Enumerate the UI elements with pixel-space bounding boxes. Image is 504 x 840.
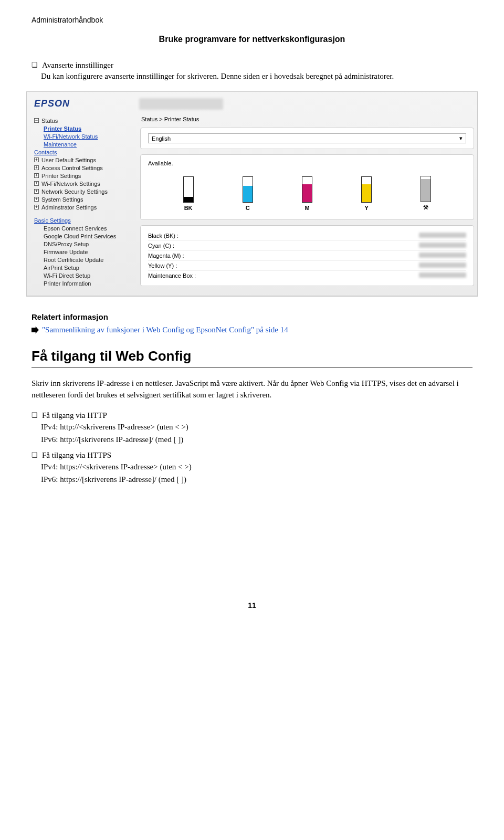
- epson-logo: EPSON: [34, 98, 131, 109]
- tree-airprint[interactable]: AirPrint Setup: [34, 264, 131, 271]
- advanced-settings-block: ❏ Avanserte innstillinger Du kan konfigu…: [32, 60, 472, 82]
- consumable-row: Magenta (M) :: [148, 250, 466, 260]
- tree-label: Access Control Settings: [41, 165, 103, 171]
- chevron-down-icon: ▾: [459, 135, 463, 142]
- tree-network-security[interactable]: +Network Security Settings: [34, 187, 131, 195]
- section-title: Bruke programvare for nettverkskonfigura…: [32, 35, 472, 44]
- tree-label: Network Security Settings: [41, 188, 108, 195]
- tree-access-control[interactable]: +Access Control Settings: [34, 164, 131, 172]
- ink-magenta: M: [302, 176, 312, 211]
- advanced-settings-title: Avanserte innstillinger: [42, 60, 113, 70]
- consumable-row: Cyan (C) :: [148, 240, 466, 250]
- tree-wifi-status[interactable]: Wi-Fi/Network Status: [34, 132, 131, 140]
- consumable-label: Maintenance Box :: [148, 272, 196, 279]
- ink-label-mb: ⚒: [423, 204, 428, 211]
- breadcrumb: Status > Printer Status: [139, 113, 475, 122]
- tree-status[interactable]: −Status: [34, 117, 131, 124]
- tree-contacts[interactable]: Contacts: [34, 148, 131, 156]
- http-title: Få tilgang via HTTP: [42, 410, 107, 421]
- tree-user-default[interactable]: +User Default Settings: [34, 156, 131, 164]
- consumable-label: Yellow (Y) :: [148, 262, 177, 269]
- tree-label: Adminstrator Settings: [41, 204, 97, 211]
- ink-levels: BK C M Y ⚒: [148, 173, 466, 214]
- consumable-row: Black (BK) :: [148, 231, 466, 240]
- language-panel: English ▾: [140, 128, 474, 149]
- expand-icon[interactable]: +: [34, 205, 39, 209]
- tree-printer-settings[interactable]: +Printer Settings: [34, 172, 131, 180]
- tree-gcp[interactable]: Google Cloud Print Services: [34, 232, 131, 240]
- language-select[interactable]: English ▾: [148, 133, 466, 143]
- expand-icon[interactable]: +: [34, 165, 39, 170]
- status-available: Available.: [148, 160, 466, 166]
- tree-status-label: Status: [41, 118, 58, 124]
- https-bullet: ❏ Få tilgang via HTTPS: [32, 450, 472, 460]
- ink-label-m: M: [304, 205, 309, 211]
- tree-root-cert[interactable]: Root Certificate Update: [34, 256, 131, 264]
- status-panel: Available. BK C M Y ⚒: [140, 154, 474, 220]
- collapse-icon[interactable]: −: [34, 118, 39, 123]
- model-blurred: [139, 98, 223, 110]
- blurred-value: [419, 243, 466, 248]
- ink-black: BK: [183, 176, 194, 211]
- related-heading: Relatert informasjon: [32, 312, 472, 321]
- http-ipv4: IPv4: http://<skriverens IP-adresse> (ut…: [41, 421, 472, 433]
- expand-icon[interactable]: +: [34, 173, 39, 178]
- https-ipv4: IPv4: https://<skriverens IP-adresse> (u…: [41, 460, 472, 473]
- blurred-value: [419, 233, 466, 238]
- http-bullet: ❏ Få tilgang via HTTP: [32, 410, 472, 421]
- tree-label: User Default Settings: [41, 157, 96, 163]
- heading-web-config: Få tilgang til Web Config: [32, 348, 472, 368]
- tree-wifi-direct[interactable]: Wi-Fi Direct Setup: [34, 271, 131, 279]
- consumable-label: Magenta (M) :: [148, 253, 184, 259]
- para-intro: Skriv inn skriverens IP-adresse i en net…: [32, 377, 472, 401]
- consumable-label: Cyan (C) :: [148, 243, 174, 249]
- webconfig-screenshot: EPSON −Status Printer Status Wi-Fi/Netwo…: [26, 91, 478, 297]
- related-link-row: "Sammenlikning av funksjoner i Web Confi…: [32, 326, 472, 334]
- expand-icon[interactable]: +: [34, 181, 39, 186]
- consumables-panel: Black (BK) : Cyan (C) : Magenta (M) : Ye…: [140, 225, 474, 286]
- doc-header: Administratorhåndbok: [32, 16, 472, 24]
- ink-yellow: Y: [361, 176, 372, 211]
- blurred-value: [419, 253, 466, 258]
- expand-icon[interactable]: +: [34, 158, 39, 162]
- ink-label-y: Y: [364, 205, 368, 211]
- tree-printer-status[interactable]: Printer Status: [34, 124, 131, 132]
- screenshot-sidebar: EPSON −Status Printer Status Wi-Fi/Netwo…: [27, 92, 137, 296]
- https-title: Få tilgang via HTTPS: [42, 450, 111, 460]
- ink-maintbox: ⚒: [421, 176, 431, 211]
- tree-basic-settings[interactable]: Basic Settings: [34, 216, 131, 224]
- ink-label-c: C: [246, 205, 250, 211]
- tree-maintenance[interactable]: Maintenance: [34, 140, 131, 148]
- bullet-icon: ❏: [32, 410, 38, 421]
- tree-system-settings[interactable]: +System Settings: [34, 195, 131, 203]
- tree-dns[interactable]: DNS/Proxy Setup: [34, 240, 131, 248]
- tree-label: Printer Settings: [41, 173, 81, 179]
- tree-printer-info[interactable]: Printer Information: [34, 279, 131, 287]
- https-ipv6: IPv6: https://[skriverens IP-adresse]/ (…: [41, 473, 472, 486]
- tree-firmware[interactable]: Firmware Update: [34, 248, 131, 256]
- screenshot-main: Status > Printer Status English ▾ Availa…: [137, 92, 477, 296]
- language-value: English: [152, 135, 171, 142]
- bullet-icon: ❏: [32, 60, 38, 70]
- tree-label: Wi-Fi/Network Settings: [41, 181, 100, 187]
- http-ipv6: IPv6: http://[skriverens IP-adresse]/ (m…: [41, 433, 472, 446]
- tree-wifi-settings[interactable]: +Wi-Fi/Network Settings: [34, 180, 131, 187]
- arrow-icon: [32, 327, 39, 334]
- expand-icon[interactable]: +: [34, 189, 39, 194]
- advanced-settings-body: Du kan konfigurere avanserte innstilling…: [41, 70, 472, 82]
- tree-label: System Settings: [41, 196, 83, 203]
- page-number: 11: [32, 601, 472, 610]
- consumable-row: Yellow (Y) :: [148, 260, 466, 270]
- consumable-row: Maintenance Box :: [148, 270, 466, 280]
- blurred-value: [419, 262, 466, 268]
- bullet-icon: ❏: [32, 450, 38, 460]
- ink-label-bk: BK: [184, 205, 193, 211]
- consumable-label: Black (BK) :: [148, 233, 178, 239]
- tree-admin-settings[interactable]: +Adminstrator Settings: [34, 203, 131, 211]
- ink-cyan: C: [243, 176, 253, 211]
- blurred-value: [419, 272, 466, 278]
- expand-icon[interactable]: +: [34, 197, 39, 202]
- related-link[interactable]: "Sammenlikning av funksjoner i Web Confi…: [42, 326, 288, 334]
- tree-epson-connect[interactable]: Epson Connect Services: [34, 224, 131, 232]
